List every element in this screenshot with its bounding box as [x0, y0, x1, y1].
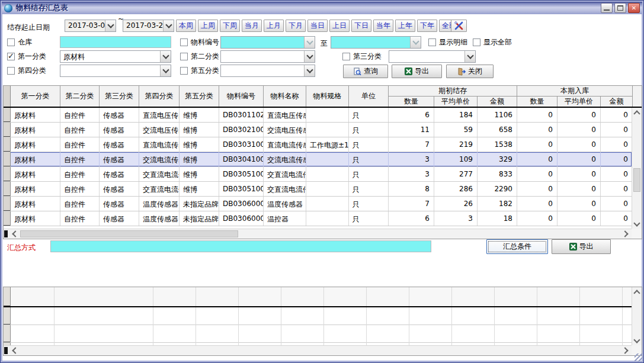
table-row[interactable]: 原材料自控件传感器直流电流传感维博DB0303100直流电流传感工作电源±15只…	[4, 137, 632, 152]
warehouse-input[interactable]	[60, 36, 171, 48]
row-selector[interactable]	[4, 167, 11, 181]
category2-combobox[interactable]	[220, 50, 315, 63]
warehouse-checkbox[interactable]: 仓库	[7, 38, 32, 47]
column-header-sub[interactable]: 金额	[601, 97, 633, 107]
category3-checkbox[interactable]: 第三分类	[342, 52, 382, 61]
row-selector[interactable]	[4, 137, 11, 152]
summary-grid-vertical-scrollbar[interactable]	[632, 287, 642, 345]
column-header-sub[interactable]: 平均单价	[434, 97, 478, 107]
range-button-5[interactable]: 上月	[264, 20, 284, 32]
material-no-to-dropdown-button[interactable]	[410, 37, 421, 48]
category5-checkbox[interactable]: 第五分类	[180, 66, 219, 75]
minimize-button[interactable]	[601, 3, 613, 13]
category2-checkbox[interactable]: 第二分类	[180, 52, 219, 61]
main-grid-horizontal-scrollbar[interactable]	[4, 229, 632, 239]
scroll-right-button[interactable]	[621, 229, 630, 239]
tools-button[interactable]	[451, 20, 467, 32]
maximize-button[interactable]	[614, 3, 626, 13]
date-to-dropdown-button[interactable]	[163, 20, 174, 31]
range-button-9[interactable]: 下日	[351, 20, 371, 32]
category1-combobox[interactable]: 原材料	[60, 50, 171, 63]
row-selector[interactable]	[4, 197, 11, 211]
summary-condition-button[interactable]: 汇总条件	[486, 239, 548, 254]
range-button-2[interactable]: 上周	[198, 20, 218, 32]
summary-grid-header	[4, 287, 642, 307]
material-no-from-dropdown-button[interactable]	[304, 37, 315, 48]
query-button[interactable]: 查询	[343, 65, 388, 78]
range-button-6[interactable]: 下月	[286, 20, 306, 32]
window-resize-grip[interactable]	[635, 354, 643, 362]
material-no-from-combobox[interactable]	[220, 36, 315, 49]
column-header-9[interactable]: 单位	[349, 86, 389, 107]
column-header-8[interactable]: 物料规格	[306, 86, 349, 107]
summary-column-header	[11, 287, 55, 306]
column-header-2[interactable]: 第二分类	[60, 86, 100, 107]
category4-checkbox[interactable]: 第四分类	[7, 66, 46, 75]
scroll-left-button[interactable]	[9, 346, 19, 355]
vertical-scroll-thumb[interactable]	[633, 168, 640, 192]
table-row[interactable]: 原材料自控件传感器交直流电流传感维博DB0305100交直流电流传感只82862…	[4, 182, 632, 197]
column-header-sub[interactable]: 数量	[517, 97, 558, 107]
table-row[interactable]: 原材料自控件传感器交流电流传感维博DB0304100交流电流传感只3109329…	[4, 152, 632, 167]
category5-combobox[interactable]	[220, 65, 315, 77]
material-no-to-combobox[interactable]	[331, 36, 421, 49]
column-header-6[interactable]: 物料编号	[219, 86, 264, 107]
table-row[interactable]: 原材料自控件传感器交流电压传感维博DB0302100交流电压传感只1159658…	[4, 123, 632, 137]
summary-export-button[interactable]: 导出	[552, 239, 611, 254]
show-all-checkbox[interactable]: 显示全部	[473, 38, 512, 47]
category3-combobox[interactable]	[389, 50, 476, 63]
category1-checkbox[interactable]: 第一分类	[7, 52, 46, 61]
export-button[interactable]: 导出	[392, 65, 442, 78]
row-selector[interactable]	[4, 123, 11, 137]
range-button-7[interactable]: 当日	[307, 20, 328, 32]
row-selector[interactable]	[4, 182, 11, 196]
range-button-11[interactable]: 上年	[395, 20, 415, 32]
show-detail-checkbox[interactable]: 显示明细	[428, 38, 467, 47]
summary-mode-input[interactable]	[50, 240, 431, 252]
scroll-up-button[interactable]	[632, 108, 642, 117]
row-selector[interactable]	[4, 108, 11, 122]
range-button-3[interactable]: 下周	[220, 20, 240, 32]
range-button-8[interactable]: 上日	[329, 20, 350, 32]
date-from-combobox[interactable]: 2017-03-01	[65, 20, 116, 32]
column-header-sub[interactable]: 数量	[389, 97, 434, 107]
table-row[interactable]: 原材料自控件传感器交直流电流传感维博DB0305100交直流电流传感只32778…	[4, 167, 632, 182]
table-row[interactable]: 原材料自控件传感器温度传感器未指定品牌DB0306000温控器只6318000	[4, 211, 632, 226]
range-button-1[interactable]: 本周	[176, 20, 196, 32]
pane-splitter-handle[interactable]	[4, 347, 8, 354]
range-button-10[interactable]: 当年	[373, 20, 393, 32]
scroll-right-button[interactable]	[621, 346, 630, 355]
date-to-combobox[interactable]: 2017-03-23	[123, 20, 174, 32]
main-grid-vertical-scrollbar[interactable]	[632, 108, 642, 229]
range-button-4[interactable]: 当月	[242, 20, 262, 32]
scroll-down-button[interactable]	[632, 219, 642, 229]
column-header-sub[interactable]: 平均单价	[558, 97, 601, 107]
column-header-5[interactable]: 第五分类	[180, 86, 219, 107]
scroll-up-button[interactable]	[632, 287, 642, 297]
close-button[interactable]: 关闭	[446, 65, 494, 78]
category4-combobox[interactable]	[60, 65, 171, 77]
category4-dropdown-button[interactable]	[160, 65, 171, 76]
close-window-button[interactable]	[628, 3, 640, 13]
material-no-checkbox[interactable]: 物料编号	[180, 38, 219, 47]
category5-dropdown-button[interactable]	[304, 65, 315, 76]
column-header-7[interactable]: 物料名称	[264, 86, 306, 107]
category2-dropdown-button[interactable]	[304, 51, 315, 62]
horizontal-scroll-thumb[interactable]	[20, 230, 238, 237]
column-header-4[interactable]: 第四分类	[139, 86, 180, 107]
row-selector[interactable]	[4, 211, 11, 226]
pane-splitter-handle[interactable]	[4, 230, 8, 237]
column-header-sub[interactable]: 金额	[478, 97, 517, 107]
scroll-down-button[interactable]	[632, 336, 642, 345]
category1-dropdown-button[interactable]	[160, 51, 171, 62]
row-selector[interactable]	[4, 152, 11, 166]
column-header-3[interactable]: 第三分类	[100, 86, 139, 107]
range-button-12[interactable]: 下年	[417, 20, 437, 32]
table-row[interactable]: 原材料自控件传感器温度传感器未指定品牌DB0306000温度传感器只726182…	[4, 197, 632, 211]
category3-dropdown-button[interactable]	[464, 51, 475, 62]
table-row[interactable]: 原材料自控件传感器直流电压传感维博DB0301102直流电压传感只6184110…	[4, 108, 632, 123]
scroll-left-button[interactable]	[9, 229, 19, 239]
summary-grid-horizontal-scrollbar[interactable]	[4, 345, 632, 355]
column-header-1[interactable]: 第一分类	[11, 86, 60, 107]
date-from-dropdown-button[interactable]	[105, 20, 116, 31]
